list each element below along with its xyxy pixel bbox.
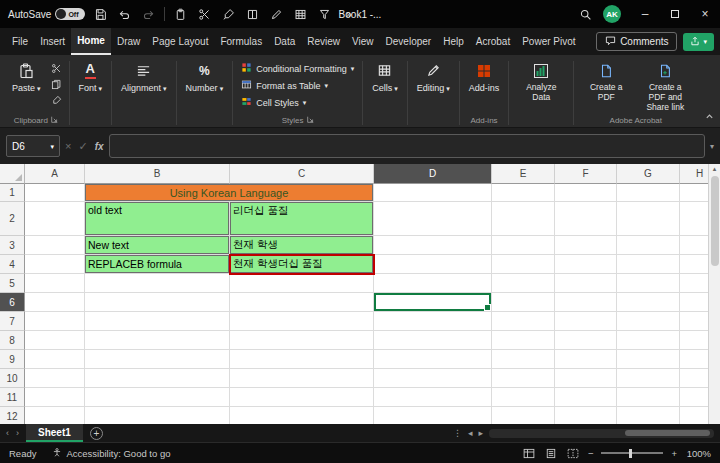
cell-B5[interactable] bbox=[85, 274, 230, 293]
tab-acrobat[interactable]: Acrobat bbox=[470, 28, 516, 55]
zoom-in-icon[interactable]: + bbox=[671, 448, 677, 459]
cell-H6[interactable] bbox=[680, 293, 708, 312]
tab-developer[interactable]: Developer bbox=[380, 28, 438, 55]
cell-A3[interactable] bbox=[25, 236, 85, 255]
cell-G10[interactable] bbox=[617, 369, 680, 388]
cell-A1[interactable] bbox=[25, 184, 85, 202]
row-header-10[interactable]: 10 bbox=[0, 369, 25, 388]
cell-F10[interactable] bbox=[555, 369, 617, 388]
tab-help[interactable]: Help bbox=[437, 28, 470, 55]
cell-F11[interactable] bbox=[555, 388, 617, 407]
paste-button[interactable]: Paste▾ bbox=[7, 57, 46, 93]
cell-E3[interactable] bbox=[492, 236, 555, 255]
cell-A7[interactable] bbox=[25, 312, 85, 331]
cell-F8[interactable] bbox=[555, 331, 617, 350]
cell-D10[interactable] bbox=[374, 369, 492, 388]
tab-power-pivot[interactable]: Power Pivot bbox=[516, 28, 581, 55]
cell-D5[interactable] bbox=[374, 274, 492, 293]
cell-E1[interactable] bbox=[492, 184, 555, 202]
undo-icon[interactable] bbox=[116, 6, 133, 23]
clipboard-quick-icon[interactable] bbox=[172, 6, 189, 23]
cell-F1[interactable] bbox=[555, 184, 617, 202]
create-pdf-share-button[interactable]: Create a PDF and Share link bbox=[637, 57, 693, 112]
cell-F5[interactable] bbox=[555, 274, 617, 293]
tab-draw[interactable]: Draw bbox=[111, 28, 146, 55]
cell-G4[interactable] bbox=[617, 255, 680, 274]
cell-F3[interactable] bbox=[555, 236, 617, 255]
hscroll-left-icon[interactable]: ◂ bbox=[468, 428, 473, 438]
cell-C4[interactable]: 천재 학생더십 품질 bbox=[230, 255, 374, 274]
cell-B7[interactable] bbox=[85, 312, 230, 331]
cell-A4[interactable] bbox=[25, 255, 85, 274]
cell-A11[interactable] bbox=[25, 388, 85, 407]
row-header-11[interactable]: 11 bbox=[0, 388, 25, 407]
cell-E10[interactable] bbox=[492, 369, 555, 388]
horizontal-scrollbar[interactable] bbox=[489, 429, 714, 438]
cell-C2[interactable]: 리더십 품질 bbox=[230, 202, 374, 236]
cut-icon[interactable] bbox=[49, 61, 65, 75]
cell-B8[interactable] bbox=[85, 331, 230, 350]
addins-button[interactable]: Add-ins bbox=[464, 57, 505, 93]
cell-G1[interactable] bbox=[617, 184, 680, 202]
cell-C8[interactable] bbox=[230, 331, 374, 350]
cell-H9[interactable] bbox=[680, 350, 708, 369]
row-header-8[interactable]: 8 bbox=[0, 331, 25, 350]
insert-function-icon[interactable]: fx bbox=[95, 141, 104, 152]
cell-B2[interactable]: old text bbox=[85, 202, 230, 236]
cell-C5[interactable] bbox=[230, 274, 374, 293]
autosave-switch-icon[interactable]: Off bbox=[55, 8, 85, 20]
cell-F4[interactable] bbox=[555, 255, 617, 274]
cancel-icon[interactable]: × bbox=[65, 140, 71, 152]
row-header-12[interactable]: 12 bbox=[0, 407, 25, 424]
pen-quick-icon[interactable] bbox=[268, 6, 285, 23]
column-header-A[interactable]: A bbox=[25, 164, 85, 184]
row-header-5[interactable]: 5 bbox=[0, 274, 25, 293]
row-header-9[interactable]: 9 bbox=[0, 350, 25, 369]
cell-G6[interactable] bbox=[617, 293, 680, 312]
tab-insert[interactable]: Insert bbox=[34, 28, 71, 55]
zoom-slider[interactable] bbox=[601, 452, 663, 454]
cell-D6[interactable] bbox=[374, 293, 492, 312]
close-button[interactable]: × bbox=[690, 0, 720, 28]
cell-C7[interactable] bbox=[230, 312, 374, 331]
cell-A6[interactable] bbox=[25, 293, 85, 312]
page-layout-view-icon[interactable] bbox=[544, 447, 558, 460]
comments-button[interactable]: Comments bbox=[596, 32, 677, 51]
sheet-tab-sheet1[interactable]: Sheet1 bbox=[26, 424, 83, 442]
enter-icon[interactable]: ✓ bbox=[78, 140, 87, 153]
cell-C9[interactable] bbox=[230, 350, 374, 369]
cell-B4[interactable]: REPLACEB formula bbox=[85, 255, 230, 274]
cell-C10[interactable] bbox=[230, 369, 374, 388]
save-icon[interactable] bbox=[92, 6, 109, 23]
select-all-corner[interactable] bbox=[0, 164, 25, 184]
cell-E9[interactable] bbox=[492, 350, 555, 369]
cell-E2[interactable] bbox=[492, 202, 555, 236]
cell-D3[interactable] bbox=[374, 236, 492, 255]
accessibility-status[interactable]: Accessibility: Good to go bbox=[52, 447, 170, 460]
name-box[interactable]: D6 ▾ bbox=[6, 135, 60, 157]
normal-view-icon[interactable] bbox=[522, 447, 536, 460]
cell-H4[interactable] bbox=[680, 255, 708, 274]
cell-C6[interactable] bbox=[230, 293, 374, 312]
tab-home[interactable]: Home bbox=[71, 28, 111, 55]
cell-H3[interactable] bbox=[680, 236, 708, 255]
tab-review[interactable]: Review bbox=[301, 28, 346, 55]
row-header-7[interactable]: 7 bbox=[0, 312, 25, 331]
create-pdf-button[interactable]: Create a PDF bbox=[578, 57, 634, 103]
row-header-2[interactable]: 2 bbox=[0, 202, 25, 236]
number-button[interactable]: % Number▾ bbox=[181, 57, 229, 93]
row-header-3[interactable]: 3 bbox=[0, 236, 25, 255]
cell-B9[interactable] bbox=[85, 350, 230, 369]
alignment-button[interactable]: Alignment▾ bbox=[116, 57, 172, 93]
cell-E4[interactable] bbox=[492, 255, 555, 274]
vertical-scrollbar[interactable]: ▴ bbox=[708, 164, 720, 424]
avatar[interactable]: AK bbox=[603, 5, 621, 23]
redo-icon[interactable] bbox=[140, 6, 157, 23]
copy-icon[interactable] bbox=[49, 77, 65, 91]
cell-H7[interactable] bbox=[680, 312, 708, 331]
search-icon[interactable] bbox=[577, 6, 594, 23]
column-header-H[interactable]: H bbox=[680, 164, 708, 184]
styles-dialog-launcher-icon[interactable] bbox=[307, 116, 314, 125]
hscroll-right-icon[interactable]: ▸ bbox=[478, 428, 483, 438]
formula-bar-expand-icon[interactable]: ▾ bbox=[710, 142, 714, 151]
